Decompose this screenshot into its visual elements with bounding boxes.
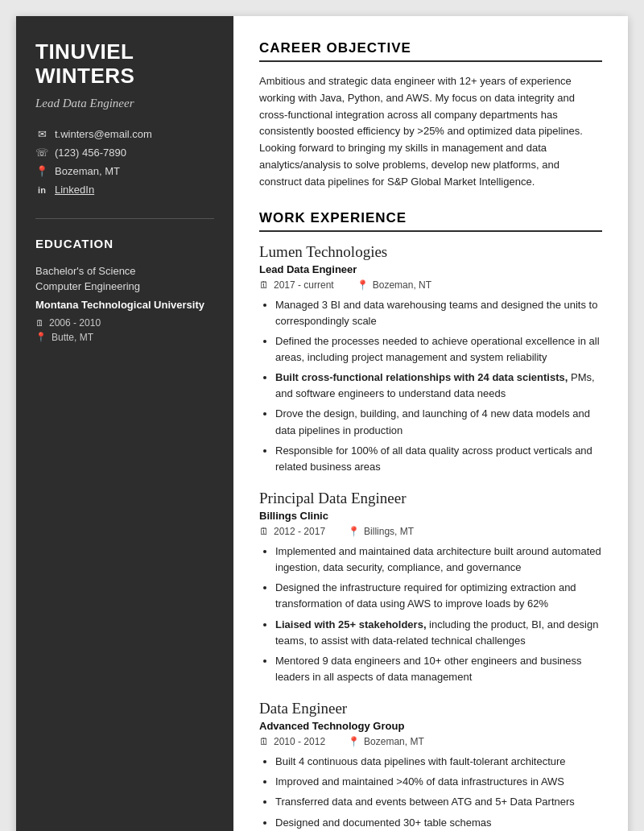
phone-text: (123) 456-7890	[55, 147, 126, 159]
job-title-atg: Advanced Technology Group	[259, 720, 602, 732]
job-company-billings: Principal Data Engineer	[259, 490, 602, 507]
job-dates-lumen: 🗓 2017 - current	[259, 279, 334, 291]
phone-icon	[35, 147, 48, 159]
edu-calendar-icon: 🗓	[35, 318, 44, 328]
bullet-atg-2: Improved and maintained >40% of data inf…	[275, 774, 602, 790]
resume-container: TINUVIEL WINTERS Lead Data Engineer t.wi…	[16, 16, 628, 831]
job-bullets-billings: Implemented and maintained data architec…	[259, 544, 602, 685]
career-objective-text: Ambitious and strategic data engineer wi…	[259, 73, 602, 191]
calendar-icon-atg: 🗓	[259, 736, 269, 747]
phone-item: (123) 456-7890	[35, 147, 214, 159]
job-location-lumen: 📍 Bozeman, NT	[357, 279, 431, 291]
pin-icon-lumen: 📍	[357, 279, 369, 291]
education-section-title: EDUCATION	[35, 237, 214, 250]
main-content: CAREER OBJECTIVE Ambitious and strategic…	[233, 16, 628, 831]
location-item: Bozeman, MT	[35, 165, 214, 177]
bullet-lumen-3: Built cross-functional relationships wit…	[275, 370, 602, 402]
job-bullets-atg: Built 4 continuous data pipelines with f…	[259, 754, 602, 831]
career-objective-title: CAREER OBJECTIVE	[259, 40, 602, 62]
job-dates-billings: 🗓 2012 - 2017	[259, 526, 325, 537]
contact-list: t.winters@email.com (123) 456-7890 Bozem…	[35, 128, 214, 196]
job-atg: Data Engineer Advanced Technology Group …	[259, 700, 602, 831]
job-title-lumen: Lead Data Engineer	[259, 263, 602, 275]
last-name: WINTERS	[35, 64, 134, 88]
location-text: Bozeman, MT	[55, 165, 120, 177]
job-company-atg: Data Engineer	[259, 700, 602, 717]
bullet-billings-2: Designed the infrastructure required for…	[275, 580, 602, 612]
bullet-atg-3: Transferred data and events between ATG …	[275, 794, 602, 810]
linkedin-item[interactable]: LinkedIn	[35, 184, 214, 196]
bullet-lumen-4: Drove the design, building, and launchin…	[275, 406, 602, 438]
job-lumen: Lumen Technologies Lead Data Engineer 🗓 …	[259, 243, 602, 475]
calendar-icon-lumen: 🗓	[259, 279, 269, 291]
work-experience-title: WORK EXPERIENCE	[259, 210, 602, 232]
job-meta-lumen: 🗓 2017 - current 📍 Bozeman, NT	[259, 279, 602, 291]
job-meta-billings: 🗓 2012 - 2017 📍 Billings, MT	[259, 526, 602, 537]
edu-years: 🗓 2006 - 2010	[35, 317, 214, 329]
linkedin-icon	[35, 184, 48, 196]
bullet-lumen-3-bold: Built cross-functional relationships wit…	[275, 371, 568, 383]
bullet-billings-4: Mentored 9 data engineers and 10+ other …	[275, 653, 602, 685]
first-name: TINUVIEL	[35, 39, 134, 64]
job-location-billings: 📍 Billings, MT	[348, 526, 414, 537]
job-meta-atg: 🗓 2010 - 2012 📍 Bozeman, MT	[259, 736, 602, 747]
job-company-lumen: Lumen Technologies	[259, 243, 602, 261]
bullet-lumen-2: Defined the processes needed to achieve …	[275, 333, 602, 366]
job-dates-atg: 🗓 2010 - 2012	[259, 736, 325, 747]
bullet-billings-3: Liaised with 25+ stakeholders, including…	[275, 617, 602, 649]
job-billings: Principal Data Engineer Billings Clinic …	[259, 490, 602, 685]
calendar-icon-billings: 🗓	[259, 526, 269, 537]
email-item: t.winters@email.com	[35, 128, 214, 140]
bullet-billings-1: Implemented and maintained data architec…	[275, 544, 602, 576]
linkedin-link[interactable]: LinkedIn	[55, 184, 94, 196]
pin-icon-billings: 📍	[348, 526, 360, 537]
edu-degree: Bachelor's of Science Computer Engineeri…	[35, 263, 214, 295]
email-icon	[35, 128, 48, 140]
bullet-billings-3-bold: Liaised with 25+ stakeholders,	[275, 618, 427, 630]
person-name: TINUVIEL WINTERS	[35, 40, 214, 89]
sidebar: TINUVIEL WINTERS Lead Data Engineer t.wi…	[16, 16, 233, 831]
person-title: Lead Data Engineer	[35, 97, 214, 110]
bullet-atg-4: Designed and documented 30+ table schema…	[275, 815, 602, 831]
bullet-lumen-5: Responsible for 100% of all data quality…	[275, 443, 602, 475]
bullet-lumen-1: Managed 3 BI and data warehousing teams …	[275, 297, 602, 329]
email-text: t.winters@email.com	[55, 128, 152, 140]
edu-location: 📍 Butte, MT	[35, 332, 214, 343]
location-pin-icon	[35, 165, 48, 177]
sidebar-divider	[35, 218, 214, 219]
job-location-atg: 📍 Bozeman, MT	[348, 736, 424, 747]
edu-school: Montana Technological University	[35, 298, 214, 312]
edu-location-icon: 📍	[35, 332, 47, 342]
job-title-billings: Billings Clinic	[259, 510, 602, 522]
bullet-atg-1: Built 4 continuous data pipelines with f…	[275, 754, 602, 770]
pin-icon-atg: 📍	[348, 736, 360, 747]
job-bullets-lumen: Managed 3 BI and data warehousing teams …	[259, 297, 602, 475]
